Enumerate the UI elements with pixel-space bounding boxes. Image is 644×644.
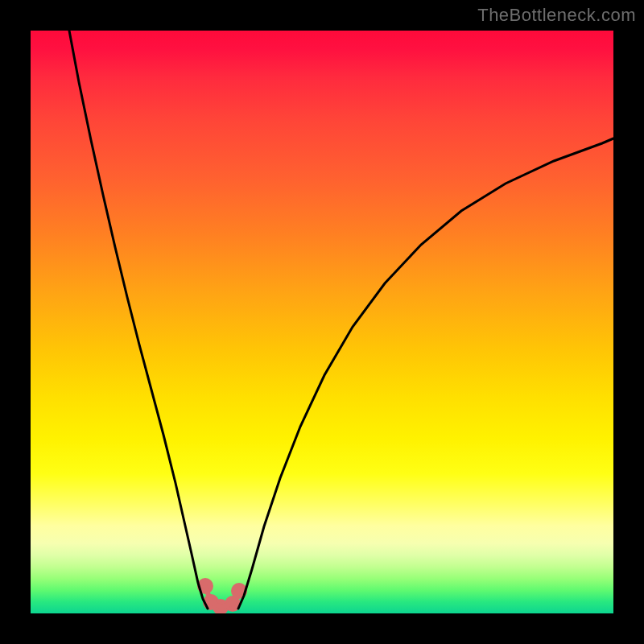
plot-area	[31, 31, 613, 613]
curve-layer	[31, 31, 613, 613]
curve-right	[238, 138, 613, 609]
watermark-text: TheBottleneck.com	[477, 5, 636, 26]
chart-frame: TheBottleneck.com	[0, 0, 644, 644]
curve-left	[69, 31, 208, 609]
